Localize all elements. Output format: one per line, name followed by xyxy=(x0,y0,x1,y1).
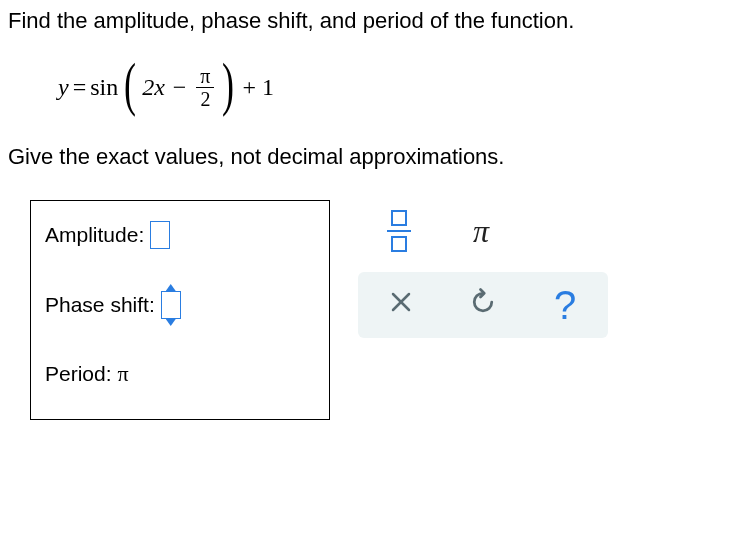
tool-row-bottom: ? xyxy=(358,272,608,338)
phase-shift-input[interactable] xyxy=(161,291,181,319)
amplitude-input[interactable] xyxy=(150,221,170,249)
period-label: Period: xyxy=(45,362,112,386)
reset-icon xyxy=(468,287,498,324)
var-y: y xyxy=(58,74,69,101)
tool-row-top: π xyxy=(358,200,608,262)
help-button[interactable]: ? xyxy=(524,274,606,336)
phase-shift-row: Phase shift: xyxy=(45,291,315,319)
help-icon: ? xyxy=(554,283,576,328)
pi-icon: π xyxy=(473,213,489,250)
amplitude-row: Amplitude: xyxy=(45,221,315,249)
equals-sign: = xyxy=(73,74,87,101)
instruction-text: Give the exact values, not decimal appro… xyxy=(8,144,740,170)
period-value[interactable]: π xyxy=(118,361,129,387)
sin-fn: sin xyxy=(90,74,118,101)
period-row: Period: π xyxy=(45,361,315,387)
answer-box: Amplitude: Phase shift: Period: π xyxy=(30,200,330,420)
caret-up-icon xyxy=(166,284,176,291)
clear-button[interactable] xyxy=(360,274,442,336)
close-icon xyxy=(390,291,412,319)
fraction-icon xyxy=(387,210,411,252)
tool-panel: π ? xyxy=(358,200,608,338)
caret-down-icon xyxy=(166,319,176,326)
fraction-button[interactable] xyxy=(358,200,440,262)
amplitude-label: Amplitude: xyxy=(45,223,144,247)
phase-shift-label: Phase shift: xyxy=(45,293,155,317)
minus-sign: − xyxy=(173,74,187,101)
fraction-pi-over-2: π 2 xyxy=(196,65,214,110)
pi-button[interactable]: π xyxy=(440,200,522,262)
function-equation: y = sin ( 2x − π 2 ) + 1 xyxy=(58,52,740,122)
reset-button[interactable] xyxy=(442,274,524,336)
answer-area: Amplitude: Phase shift: Period: π xyxy=(8,200,740,420)
term-2x: 2x xyxy=(142,74,165,101)
question-text: Find the amplitude, phase shift, and per… xyxy=(8,8,740,34)
frac-numerator: π xyxy=(198,65,212,87)
frac-denominator: 2 xyxy=(196,87,214,110)
plus-one: + 1 xyxy=(242,74,274,101)
